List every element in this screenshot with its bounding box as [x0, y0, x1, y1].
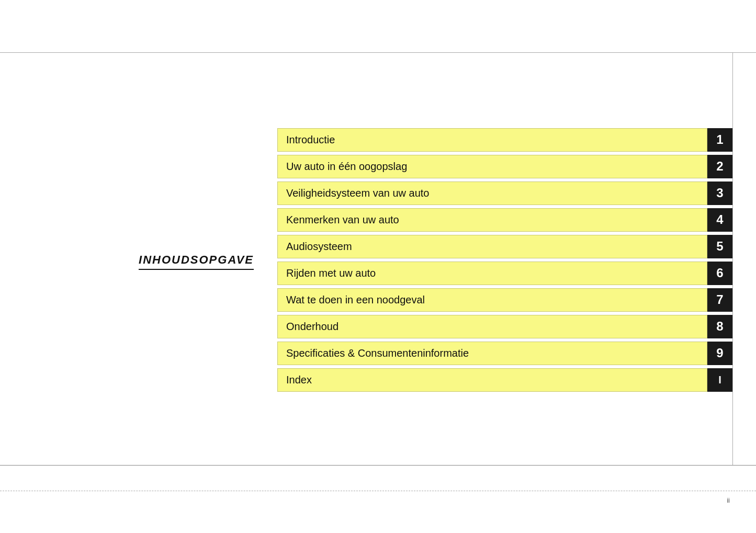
- toc-item-number-5: 5: [707, 235, 732, 258]
- toc-item-label-9: Specificaties & Consumenteninformatie: [277, 342, 707, 365]
- toc-title: INHOUDSOPGAVE: [139, 253, 254, 270]
- right-border: [732, 52, 733, 465]
- toc-item-number-7: 7: [707, 288, 732, 312]
- toc-item-label-3: Veiligheidsysteem van uw auto: [277, 182, 707, 205]
- toc-item-1[interactable]: Introductie1: [277, 128, 732, 152]
- page-number: ii: [727, 496, 730, 504]
- toc-item-6[interactable]: Rijden met uw auto6: [277, 262, 732, 285]
- toc-item-label-2: Uw auto in één oogopslag: [277, 155, 707, 178]
- left-panel: INHOUDSOPGAVE: [0, 253, 272, 270]
- dashed-line: [0, 491, 756, 491]
- toc-item-label-6: Rijden met uw auto: [277, 262, 707, 285]
- top-line: [0, 52, 756, 53]
- toc-item-label-10: Index: [277, 368, 707, 392]
- toc-item-label-1: Introductie: [277, 128, 707, 152]
- toc-item-9[interactable]: Specificaties & Consumenteninformatie9: [277, 342, 732, 365]
- toc-item-number-1: 1: [707, 128, 732, 152]
- toc-item-2[interactable]: Uw auto in één oogopslag2: [277, 155, 732, 178]
- toc-menu: Introductie1Uw auto in één oogopslag2Vei…: [272, 128, 732, 395]
- main-content: INHOUDSOPGAVE Introductie1Uw auto in één…: [0, 58, 732, 465]
- toc-item-3[interactable]: Veiligheidsysteem van uw auto3: [277, 182, 732, 205]
- toc-item-4[interactable]: Kenmerken van uw auto4: [277, 208, 732, 232]
- toc-item-8[interactable]: Onderhoud8: [277, 315, 732, 338]
- toc-item-number-3: 3: [707, 182, 732, 205]
- toc-item-number-10: I: [707, 368, 732, 392]
- bottom-section: ii: [0, 465, 756, 533]
- toc-item-number-6: 6: [707, 262, 732, 285]
- toc-item-10[interactable]: IndexI: [277, 368, 732, 392]
- toc-item-label-7: Wat te doen in een noodgeval: [277, 288, 707, 312]
- toc-item-number-4: 4: [707, 208, 732, 232]
- toc-item-number-2: 2: [707, 155, 732, 178]
- toc-item-number-9: 9: [707, 342, 732, 365]
- toc-item-label-8: Onderhoud: [277, 315, 707, 338]
- toc-item-number-8: 8: [707, 315, 732, 338]
- toc-item-label-4: Kenmerken van uw auto: [277, 208, 707, 232]
- toc-item-7[interactable]: Wat te doen in een noodgeval7: [277, 288, 732, 312]
- toc-item-5[interactable]: Audiosysteem5: [277, 235, 732, 258]
- toc-item-label-5: Audiosysteem: [277, 235, 707, 258]
